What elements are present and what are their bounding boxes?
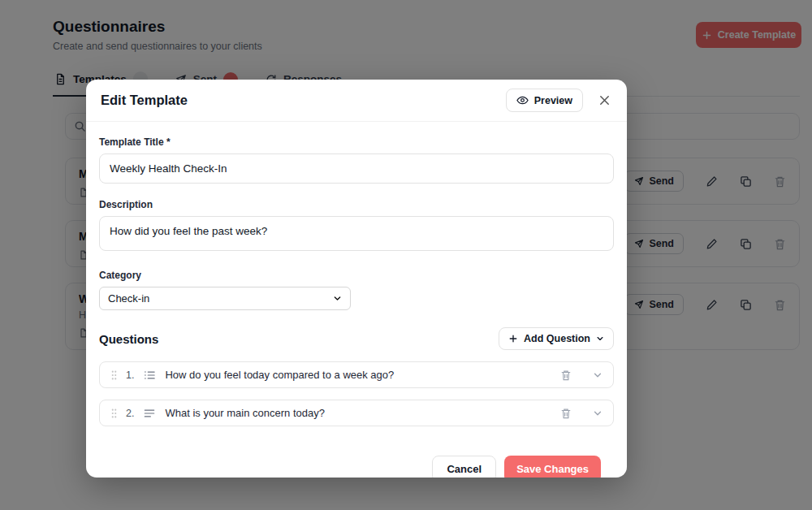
add-question-button[interactable]: Add Question xyxy=(499,327,614,350)
question-number: 1. xyxy=(126,370,134,381)
trash-icon xyxy=(560,370,572,381)
modal-header: Edit Template Preview xyxy=(86,80,627,122)
category-selected-value: Check-in xyxy=(108,292,149,305)
modal-header-actions: Preview xyxy=(506,89,612,112)
expand-question-button[interactable] xyxy=(593,370,603,380)
trash-icon xyxy=(560,408,572,419)
list-icon xyxy=(144,370,155,381)
preview-button[interactable]: Preview xyxy=(506,89,583,112)
category-label: Category xyxy=(99,270,614,281)
category-group: Category Check-in xyxy=(99,270,614,310)
modal-footer: Cancel Save Changes xyxy=(99,426,614,478)
close-icon[interactable] xyxy=(597,93,612,108)
chevron-down-icon xyxy=(593,370,603,380)
eye-icon xyxy=(516,94,529,106)
template-title-group: Template Title * xyxy=(99,136,614,184)
questionnaires-page: Questionnaires Create and send questionn… xyxy=(0,0,812,510)
question-row: 1. How do you feel today compared to a w… xyxy=(99,361,614,388)
description-group: Description How did you feel the past we… xyxy=(99,199,614,254)
drag-handle-icon[interactable] xyxy=(110,370,118,381)
delete-question-button[interactable] xyxy=(560,408,572,419)
text-lines-icon xyxy=(144,408,155,419)
cancel-button[interactable]: Cancel xyxy=(432,456,496,478)
questions-header: Questions Add Question xyxy=(99,327,614,350)
expand-question-button[interactable] xyxy=(593,408,603,418)
save-changes-button[interactable]: Save Changes xyxy=(504,456,601,478)
question-text: What is your main concern today? xyxy=(165,407,325,419)
modal-title: Edit Template xyxy=(101,93,188,108)
template-title-input[interactable] xyxy=(99,153,614,184)
preview-label: Preview xyxy=(534,95,572,106)
modal-body: Template Title * Description How did you… xyxy=(86,122,627,478)
delete-question-button[interactable] xyxy=(560,370,572,381)
template-title-label: Template Title * xyxy=(99,136,614,148)
chevron-down-icon xyxy=(596,335,604,343)
drag-handle-icon[interactable] xyxy=(110,408,118,419)
question-number: 2. xyxy=(126,408,134,419)
description-textarea[interactable]: How did you feel the past week? xyxy=(99,216,614,251)
chevron-down-icon xyxy=(333,294,342,303)
plus-icon xyxy=(508,334,518,344)
category-select[interactable]: Check-in xyxy=(99,287,351,310)
question-row: 2. What is your main concern today? xyxy=(99,400,614,426)
description-label: Description xyxy=(99,199,614,210)
questions-heading: Questions xyxy=(99,332,158,346)
edit-template-modal: Edit Template Preview Template Title * D… xyxy=(86,80,627,478)
add-question-label: Add Question xyxy=(524,333,590,344)
question-text: How do you feel today compared to a week… xyxy=(165,369,394,381)
chevron-down-icon xyxy=(593,408,603,418)
